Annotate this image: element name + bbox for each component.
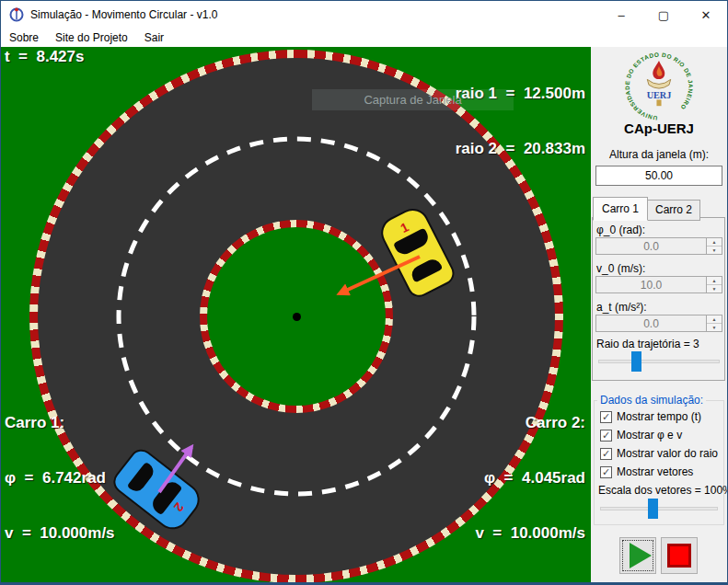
menu-sobre[interactable]: Sobre xyxy=(1,29,47,46)
at-label: a_t (m/s²): xyxy=(596,301,647,314)
checkbox-label: Mostrar valor do raio xyxy=(617,447,718,460)
checkbox-label: Mostrar φ e v xyxy=(617,429,682,442)
stop-icon xyxy=(667,544,691,568)
car1-readout-title: Carro 1: xyxy=(5,414,115,432)
radius-slider xyxy=(598,351,720,372)
close-button[interactable]: ✕ xyxy=(685,1,727,29)
at-up-icon[interactable]: ▲ xyxy=(707,315,722,324)
phi0-value: 0.0 xyxy=(596,238,706,254)
checkbox-label: Mostrar vetores xyxy=(617,465,693,478)
checkbox-label: Mostrar tempo (t) xyxy=(617,410,701,423)
logo-bowl-icon xyxy=(647,79,670,88)
at-value: 0.0 xyxy=(596,315,706,331)
radius-readout: raio 1 = 12.500m raio 2 = 20.833m xyxy=(456,48,585,195)
at-down-icon[interactable]: ▼ xyxy=(707,324,722,331)
simulation-data-group-label: Dados da simulação: xyxy=(597,394,706,407)
cap-uerj-title: CAp-UERJ xyxy=(591,120,727,136)
capture-window-button[interactable]: Captura de Janela xyxy=(312,89,514,110)
checkbox-mostrar-phi-v[interactable]: ✓ Mostrar φ e v xyxy=(600,429,682,442)
v0-value: 10.0 xyxy=(596,277,706,292)
track-center-dot xyxy=(293,313,301,321)
car1-readout-v: v = 10.000m/s xyxy=(5,524,115,543)
car2-readout-v: v = 10.000m/s xyxy=(475,524,585,543)
title-bar: Simulação - Movimento Circular - v1.0 – … xyxy=(1,1,727,29)
tab-carro-1[interactable]: Carro 1 xyxy=(593,197,648,221)
window-title: Simulação - Movimento Circular - v1.0 xyxy=(30,8,600,21)
logo-acronym: UERJ xyxy=(647,90,672,100)
checkbox-check-icon[interactable]: ✓ xyxy=(600,411,612,423)
phi0-up-icon[interactable]: ▲ xyxy=(707,238,722,247)
car2-readout: Carro 2: φ = 4.045rad v = 10.000m/s xyxy=(475,377,585,579)
at-spinner[interactable]: 0.0 ▲ ▼ xyxy=(595,315,722,332)
menu-sair[interactable]: Sair xyxy=(136,29,172,46)
app-icon xyxy=(9,7,24,22)
carro1-tab-panel: φ_0 (rad): 0.0 ▲ ▼ v_0 (m/s): 10.0 ▲ ▼ xyxy=(592,217,725,381)
play-button[interactable] xyxy=(619,537,656,574)
radius-slider-thumb[interactable] xyxy=(631,351,641,372)
scale-slider xyxy=(600,499,718,519)
checkbox-mostrar-raio[interactable]: ✓ Mostrar valor do raio xyxy=(600,447,718,460)
tab-carro-2[interactable]: Carro 2 xyxy=(648,200,700,221)
window-height-input[interactable] xyxy=(595,166,722,186)
uerj-logo: UNIVERSIDADE DO ESTADO DO RIO DE JANEIRO… xyxy=(623,51,695,125)
stop-button[interactable] xyxy=(661,537,698,574)
simulation-data-group: Dados da simulação: ✓ Mostrar tempo (t) … xyxy=(594,400,724,525)
car2-readout-phi: φ = 4.045rad xyxy=(475,469,585,488)
phi0-down-icon[interactable]: ▼ xyxy=(707,247,722,254)
v0-label: v_0 (m/s): xyxy=(596,262,645,275)
checkbox-mostrar-tempo[interactable]: ✓ Mostrar tempo (t) xyxy=(600,410,701,423)
car1-readout-phi: φ = 6.742rad xyxy=(5,469,115,488)
play-icon xyxy=(630,543,652,568)
main-area: 1 2 xyxy=(1,47,727,582)
scale-slider-thumb[interactable] xyxy=(648,499,658,519)
v0-spinner[interactable]: 10.0 ▲ ▼ xyxy=(595,276,722,293)
checkbox-check-icon[interactable]: ✓ xyxy=(600,466,612,478)
radius2-readout: raio 2 = 20.833m xyxy=(456,140,585,158)
maximize-button[interactable]: ▢ xyxy=(642,1,685,29)
window-height-label: Altura da janela (m): xyxy=(591,148,727,161)
time-readout: t = 8.427s xyxy=(5,48,84,66)
phi0-label: φ_0 (rad): xyxy=(596,224,645,236)
car2-rear-window xyxy=(127,462,157,495)
car-tabs: Carro 1 Carro 2 xyxy=(593,197,700,221)
car2-readout-title: Carro 2: xyxy=(475,414,585,432)
scale-slider-label: Escala dos vetores = 100% xyxy=(598,484,728,497)
phi0-spinner[interactable]: 0.0 ▲ ▼ xyxy=(595,237,722,255)
app-window: Simulação - Movimento Circular - v1.0 – … xyxy=(0,0,728,585)
v0-down-icon[interactable]: ▼ xyxy=(707,285,722,292)
checkbox-mostrar-vetores[interactable]: ✓ Mostrar vetores xyxy=(600,465,693,478)
menu-site-do-projeto[interactable]: Site do Projeto xyxy=(47,29,136,46)
menu-bar: Sobre Site do Projeto Sair xyxy=(1,29,727,47)
v0-up-icon[interactable]: ▲ xyxy=(707,277,722,285)
scale-slider-track[interactable] xyxy=(600,507,718,510)
minimize-button[interactable]: – xyxy=(600,1,642,29)
radius-slider-track[interactable] xyxy=(598,360,720,363)
car1-readout: Carro 1: φ = 6.742rad v = 10.000m/s xyxy=(5,377,115,579)
checkbox-check-icon[interactable]: ✓ xyxy=(600,448,612,460)
control-sidebar: UNIVERSIDADE DO ESTADO DO RIO DE JANEIRO… xyxy=(591,47,727,582)
car1-rear-window xyxy=(409,257,443,283)
checkbox-check-icon[interactable]: ✓ xyxy=(600,430,612,442)
simulation-canvas: 1 2 xyxy=(1,47,591,582)
radius-slider-label: Raio da trajetória = 3 xyxy=(596,338,699,350)
